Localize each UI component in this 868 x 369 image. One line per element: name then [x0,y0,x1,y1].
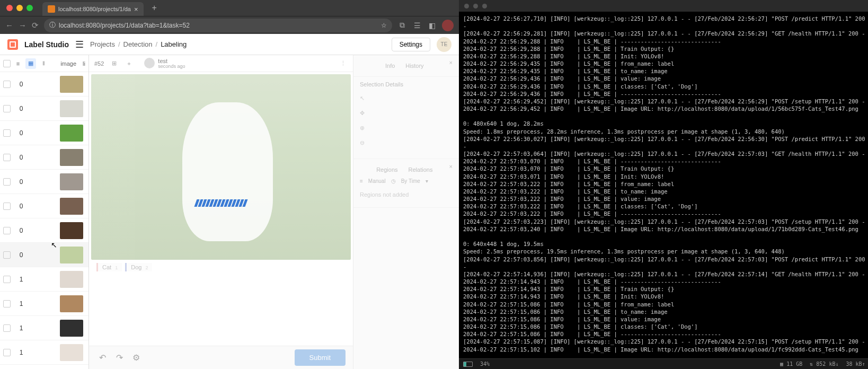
browser-toolbar: ← → ⟳ ⓘ localhost:8080/projects/1/data?t… [0,16,459,34]
term-max-button[interactable] [482,4,487,8]
back-button[interactable]: ← [5,21,13,30]
task-annotation-count: 0 [16,105,26,112]
label-dog[interactable]: Dog 2 [125,263,152,271]
tab-regions[interactable]: Regions [376,166,397,173]
close-window-button[interactable] [6,5,13,11]
annotation-canvas: #52 ⊞ + test seconds ago ⋮ [89,55,353,369]
term-close-button[interactable] [464,4,469,8]
breadcrumb-projects[interactable]: Projects [90,40,115,48]
task-row[interactable]: 1 [0,316,88,340]
panel-close-icon[interactable]: × [449,163,453,170]
task-annotation-count: 0 [16,227,26,234]
task-row[interactable]: 1 [0,292,88,316]
profile-avatar[interactable] [442,20,454,31]
task-checkbox[interactable] [3,276,11,283]
site-info-icon[interactable]: ⓘ [49,21,56,30]
canvas-body[interactable]: Cat 1 Dog 2 [89,72,353,346]
task-row[interactable]: 0 [0,121,88,145]
task-thumbnail [60,125,83,142]
view-grid-icon[interactable]: ▦ [25,58,36,69]
forward-button[interactable]: → [19,21,26,30]
browser-tab[interactable]: localhost:8080/projects/1/da × [42,2,144,16]
task-row[interactable]: 0 [0,72,88,96]
task-checkbox[interactable] [3,203,11,210]
term-min-button[interactable] [473,4,478,8]
app-logo-icon[interactable] [7,39,18,50]
reload-button[interactable]: ⟳ [32,21,39,30]
task-image[interactable] [91,74,351,260]
task-thumbnail [60,149,83,166]
task-annotation-count: 0 [16,81,26,88]
label-dog-text: Dog [131,264,141,270]
devtools-icon[interactable]: ☰ [412,21,422,30]
settings-button[interactable]: Settings [392,38,430,51]
filter-icon: ≡ [360,178,363,184]
tab-info[interactable]: Info [385,63,395,69]
task-list-panel: ≡ ▦ ⦀ image li 0 0 0 0 0 0 0 0 1 [0,55,89,369]
filter-manual[interactable]: Manual [368,178,386,184]
extensions-icon[interactable]: ⧉ [397,21,407,30]
grid-tool-icon[interactable]: ⊞ [109,59,119,68]
task-checkbox[interactable] [3,81,11,88]
chevron-down-icon[interactable]: ▾ [426,178,428,184]
task-checkbox[interactable] [3,349,11,356]
col-li[interactable]: li [83,60,85,67]
zoom-in-icon[interactable]: ⊕ [360,125,369,134]
redo-icon[interactable]: ↷ [113,352,125,364]
task-checkbox[interactable] [3,154,11,161]
sidepanel-icon[interactable]: ◧ [427,21,437,30]
view-list-icon[interactable]: ≡ [13,58,23,69]
minimize-window-button[interactable] [16,5,23,11]
task-checkbox[interactable] [3,300,11,308]
tab-title: localhost:8080/projects/1/da [58,6,131,12]
task-row[interactable]: 0 [0,243,88,267]
task-checkbox[interactable] [3,251,11,259]
task-list[interactable]: 0 0 0 0 0 0 0 0 1 1 1 1 [0,72,88,369]
browser-titlebar: localhost:8080/projects/1/da × + [0,0,459,16]
details-panel: × Info History Selection Details ↖ ✥ ⊕ ⊖… [353,55,459,369]
maximize-window-button[interactable] [26,5,33,11]
canvas-topbar: #52 ⊞ + test seconds ago ⋮ [89,55,353,72]
undo-icon[interactable]: ↶ [96,352,108,364]
submit-button[interactable]: Submit [295,349,346,366]
task-row[interactable]: 1 [0,340,88,365]
add-tool-icon[interactable]: + [124,59,134,68]
move-tool-icon[interactable]: ✥ [360,110,369,119]
pointer-tool-icon[interactable]: ↖ [360,95,369,104]
task-row[interactable]: 0 [0,96,88,121]
bookmark-icon[interactable]: ☆ [381,22,387,29]
mem-usage: ▦ 11 GB [780,361,802,367]
tab-relations[interactable]: Relations [409,166,433,173]
task-row[interactable]: 0 [0,194,88,218]
select-all-checkbox[interactable] [3,60,11,67]
net-down: ⇅ 852 kB↓ [810,361,838,367]
task-checkbox[interactable] [3,129,11,137]
task-row[interactable]: 0 [0,218,88,243]
task-thumbnail [60,198,83,215]
task-row[interactable]: 0 [0,145,88,170]
task-row[interactable]: 1 [0,267,88,292]
breadcrumb-detection[interactable]: Detection [123,40,153,48]
tab-close-icon[interactable]: × [134,5,138,13]
task-checkbox[interactable] [3,105,11,112]
view-cols-icon[interactable]: ⦀ [38,58,49,69]
settings-tool-icon[interactable]: ⚙ [130,352,142,364]
zoom-out-icon[interactable]: ⊖ [360,139,369,149]
panel-close-icon[interactable]: × [449,59,453,66]
terminal-output[interactable]: [2024-02-27 22:56:27,710] [INFO] [werkze… [459,12,868,358]
label-cat[interactable]: Cat 1 [96,263,122,271]
col-image[interactable]: image [60,60,76,67]
more-menu-icon[interactable]: ⋮ [338,59,348,68]
app-brand: Label Studio [24,40,69,49]
user-avatar[interactable]: TE [437,37,451,52]
task-checkbox[interactable] [3,227,11,234]
task-row[interactable]: 0 [0,170,88,194]
url-bar[interactable]: ⓘ localhost:8080/projects/1/data?tab=1&t… [44,19,392,32]
task-checkbox[interactable] [3,324,11,332]
new-tab-button[interactable]: + [152,3,157,13]
menu-toggle-icon[interactable]: ☰ [75,39,84,50]
tab-history[interactable]: History [405,63,423,69]
filter-bytime[interactable]: By Time [401,178,420,184]
task-checkbox[interactable] [3,178,11,186]
breadcrumb-sep: / [156,40,158,48]
